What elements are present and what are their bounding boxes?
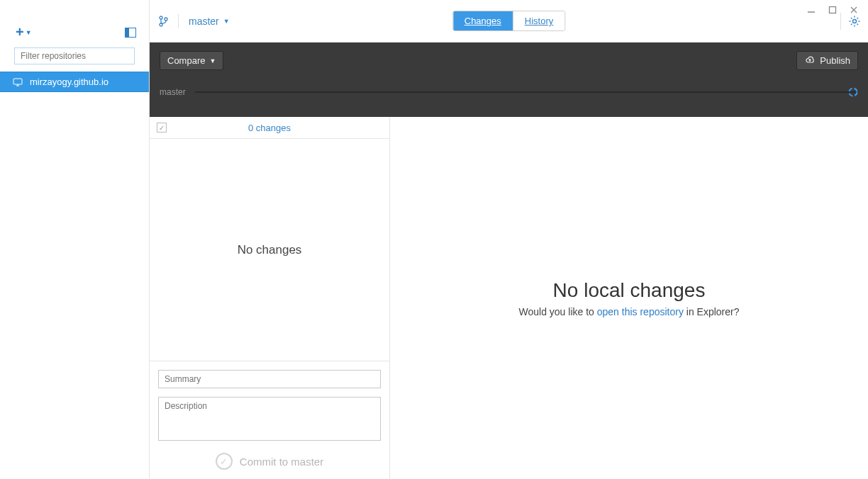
tab-changes[interactable]: Changes <box>453 11 513 30</box>
select-all-checkbox[interactable]: ✓ <box>157 123 167 133</box>
branch-icon <box>158 16 168 27</box>
commit-description-input[interactable] <box>158 397 381 441</box>
tab-history[interactable]: History <box>513 11 564 30</box>
branch-dropdown[interactable]: master ▼ <box>189 16 230 27</box>
cloud-upload-icon <box>804 55 816 66</box>
panel-toggle-icon[interactable] <box>125 28 136 38</box>
divider <box>840 13 841 30</box>
open-repository-link[interactable]: open this repository <box>597 306 684 317</box>
repository-item[interactable]: mirzayogy.github.io <box>0 72 149 92</box>
diff-empty-title: No local changes <box>553 279 706 302</box>
svg-rect-4 <box>13 79 22 84</box>
caret-down-icon: ▼ <box>223 18 230 25</box>
compare-label: Compare <box>167 55 205 66</box>
diff-panel: No local changes Would you like to open … <box>390 117 868 479</box>
gear-icon[interactable] <box>848 15 861 28</box>
sync-ring-icon[interactable] <box>848 87 858 97</box>
plus-icon: + <box>16 24 24 40</box>
branch-name: master <box>189 16 219 27</box>
toolbar: master ▼ Changes History <box>150 0 868 43</box>
add-repository-button[interactable]: + ▼ <box>16 24 32 40</box>
svg-point-9 <box>165 18 167 21</box>
changes-count-label: 0 changes <box>248 123 291 133</box>
view-tabs: Changes History <box>452 11 566 31</box>
svg-point-11 <box>850 89 857 96</box>
commit-button[interactable]: ✓ Commit to master <box>158 443 381 475</box>
timeline-line <box>195 91 858 93</box>
commit-summary-input[interactable] <box>158 370 381 388</box>
monitor-icon <box>13 77 23 87</box>
publish-label: Publish <box>820 55 850 66</box>
caret-down-icon: ▼ <box>26 29 32 36</box>
timeline-branch-label: master <box>160 87 195 97</box>
check-circle-icon: ✓ <box>216 453 233 470</box>
filter-repositories-input[interactable] <box>14 47 135 64</box>
commit-button-label: Commit to master <box>240 456 323 468</box>
publish-button[interactable]: Publish <box>796 51 858 70</box>
compare-button[interactable]: Compare ▼ <box>160 51 223 70</box>
compare-bar: Compare ▼ Publish master <box>150 43 868 117</box>
diff-empty-subtitle: Would you like to open this repository i… <box>518 306 739 317</box>
sidebar: + ▼ mirzayogy.github.io <box>0 0 150 479</box>
svg-point-10 <box>853 19 857 23</box>
repository-name: mirzayogy.github.io <box>30 77 108 87</box>
changes-panel: ✓ 0 changes No changes ✓ Commit to maste… <box>150 117 390 479</box>
caret-down-icon: ▼ <box>209 57 216 64</box>
svg-point-7 <box>160 16 162 19</box>
no-changes-label: No changes <box>150 139 389 361</box>
